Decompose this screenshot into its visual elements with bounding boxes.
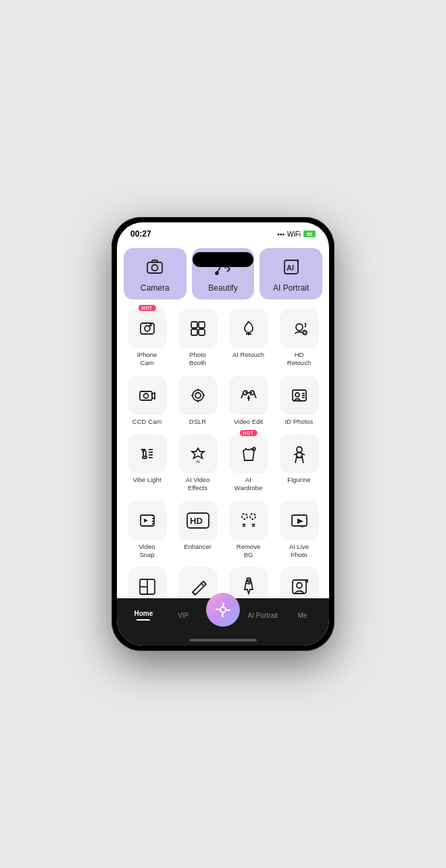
figurine-icon-box <box>280 434 319 473</box>
nav-ai-portrait[interactable]: AI Portrait <box>246 612 280 619</box>
remove-bg-icon-box <box>229 501 268 540</box>
status-icons: ▪▪▪ WiFi 65 <box>277 231 316 238</box>
video-snap-icon-box <box>128 501 167 540</box>
ai-retouch-label: AI Retouch <box>232 351 264 359</box>
video-snap-label: VideoSnap <box>139 543 155 560</box>
svg-point-31 <box>295 393 299 397</box>
hot-badge-iphone-cam: HOT <box>138 305 155 311</box>
dslr-icon-box <box>178 376 218 415</box>
home-indicator <box>117 636 329 646</box>
status-time: 00:27 <box>130 229 151 239</box>
nav-home-underline <box>137 619 150 621</box>
figurine-item[interactable]: Figurine <box>276 433 322 496</box>
scroll-area[interactable]: Camera Beautify <box>117 241 329 598</box>
nav-me[interactable]: Me <box>286 612 320 619</box>
svg-point-46 <box>242 514 247 519</box>
hot-badge-wardrobe: HOT <box>239 430 257 436</box>
wifi-icon: WiFi <box>287 231 301 238</box>
iphone-cam-item[interactable]: HOT iPhoneCam <box>124 308 170 370</box>
svg-point-47 <box>250 514 255 519</box>
nav-vip-label: VIP <box>178 612 189 619</box>
svg-rect-12 <box>191 322 197 328</box>
ai-eraser-item[interactable]: AI Eraser <box>174 566 221 598</box>
svg-marker-49 <box>297 519 303 524</box>
video-snap-item[interactable]: VideoSnap <box>124 500 170 562</box>
vibe-light-icon-box <box>128 434 167 473</box>
home-bar <box>189 639 257 642</box>
battery-icon: 65 <box>303 231 316 237</box>
svg-point-42 <box>297 447 302 452</box>
bottom-nav: Home VIP AI Portrait Me <box>117 598 329 636</box>
remove-bg-label: RemoveBG <box>237 543 260 560</box>
svg-text:AI: AI <box>196 460 200 463</box>
svg-text:HD: HD <box>190 516 203 526</box>
vibe-light-item[interactable]: Vibe Light <box>124 433 170 496</box>
svg-point-1 <box>152 265 158 271</box>
collage-icon-box <box>128 567 167 598</box>
svg-point-16 <box>296 324 303 331</box>
svg-point-57 <box>297 583 302 588</box>
ai-retouch-icon-box <box>229 309 268 348</box>
nav-me-label: Me <box>298 612 307 619</box>
ai-retouch-item[interactable]: AI Retouch <box>225 308 272 370</box>
nav-vip[interactable]: VIP <box>166 612 200 619</box>
svg-point-6 <box>216 272 218 274</box>
dslr-item[interactable]: DSLR <box>174 375 221 429</box>
figurine-label: Figurine <box>287 476 310 484</box>
ai-portrait-button[interactable]: AI AI Portrait <box>259 248 322 299</box>
svg-rect-2 <box>152 260 157 262</box>
svg-point-72 <box>220 607 226 612</box>
enhancer-icon-box: HD <box>178 501 218 540</box>
status-bar: 00:27 ▪▪▪ WiFi 65 <box>117 222 329 241</box>
remove-bg-item[interactable]: RemoveBG <box>225 500 272 562</box>
ai-live-photo-icon-box: AI <box>280 501 319 540</box>
svg-point-10 <box>145 326 150 331</box>
svg-rect-14 <box>191 329 197 335</box>
ai-portrait-label: AI Portrait <box>273 283 309 293</box>
video-edit-label: Video Edit <box>234 418 263 426</box>
cartoon-avatar-icon-box <box>280 567 319 598</box>
collage-item[interactable]: Collage <box>124 566 170 598</box>
svg-point-20 <box>143 393 148 398</box>
svg-rect-19 <box>140 391 152 400</box>
full-body-item[interactable]: Full-body <box>225 566 272 598</box>
full-body-icon-box <box>229 567 268 598</box>
ai-video-effects-label: AI VideoEffects <box>186 476 210 493</box>
ai-wardrobe-item[interactable]: HOT AIWardrobe <box>225 433 272 496</box>
nav-ai-portrait-label: AI Portrait <box>248 612 278 619</box>
hd-retouch-item[interactable]: AI HDRetouch <box>276 308 322 370</box>
svg-point-11 <box>150 324 151 326</box>
enhancer-item[interactable]: HD Enhancer <box>174 500 221 562</box>
beautify-label: Beautify <box>208 283 237 293</box>
svg-rect-9 <box>141 323 154 334</box>
svg-text:AI: AI <box>301 525 304 529</box>
photo-booth-item[interactable]: PhotoBooth <box>174 308 221 370</box>
photo-booth-label: PhotoBooth <box>189 351 206 368</box>
vibe-light-label: Vibe Light <box>132 476 161 484</box>
ai-wardrobe-label: AIWardrobe <box>234 476 262 493</box>
nav-center-button[interactable] <box>206 593 240 627</box>
video-edit-item[interactable]: Video Edit <box>225 375 272 429</box>
id-photos-icon-box <box>280 376 319 415</box>
id-photos-label: ID Photos <box>285 418 314 426</box>
iphone-cam-icon-box: HOT <box>128 309 167 348</box>
phone-frame: 00:27 ▪▪▪ WiFi 65 <box>112 217 334 651</box>
ai-video-effects-item[interactable]: AI AI VideoEffects <box>174 433 221 496</box>
cartoon-avatar-item[interactable]: CartoonAvatar <box>276 566 322 598</box>
hd-retouch-label: HDRetouch <box>287 351 311 368</box>
ai-video-effects-icon-box: AI <box>178 434 218 473</box>
ai-wardrobe-icon-box: HOT <box>229 434 268 473</box>
ai-portrait-icon: AI <box>282 258 301 279</box>
svg-rect-0 <box>147 262 162 273</box>
nav-home[interactable]: Home <box>126 610 160 621</box>
photo-booth-icon-box <box>178 309 218 348</box>
camera-label: Camera <box>141 283 170 293</box>
id-photos-item[interactable]: ID Photos <box>276 375 322 429</box>
camera-button[interactable]: Camera <box>124 248 187 299</box>
ai-eraser-icon-box <box>178 567 218 598</box>
nav-home-label: Home <box>134 610 153 617</box>
ccd-cam-item[interactable]: CCD Cam <box>124 375 170 429</box>
svg-rect-13 <box>199 322 205 328</box>
ai-live-photo-item[interactable]: AI AI LivePhoto <box>276 500 322 562</box>
signal-icon: ▪▪▪ <box>277 231 284 238</box>
